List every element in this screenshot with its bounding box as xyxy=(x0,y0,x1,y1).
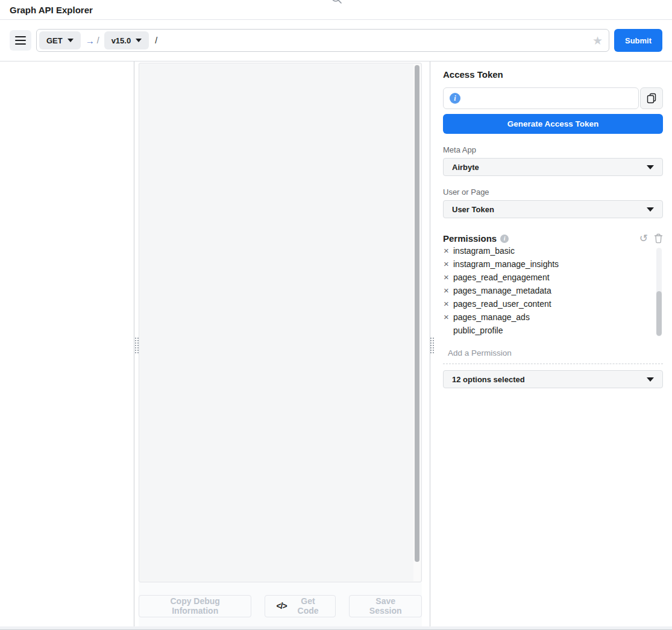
chevron-down-icon xyxy=(68,39,74,42)
left-pane-resize-handle[interactable] xyxy=(134,337,139,354)
query-column: Copy Debug Information </> Get Code Save… xyxy=(134,61,430,629)
permission-item: × pages_read_user_content xyxy=(443,297,655,310)
request-path-input[interactable]: / xyxy=(155,36,592,45)
chevron-down-icon xyxy=(647,165,654,169)
add-permission-input[interactable] xyxy=(443,346,663,364)
permission-label: public_profile xyxy=(453,324,503,337)
slash-separator: / xyxy=(97,36,99,45)
arrow-separator: → / xyxy=(86,36,99,46)
submit-button[interactable]: Submit xyxy=(614,29,662,52)
permissions-options-dropdown[interactable]: 12 options selected xyxy=(443,370,663,388)
info-icon[interactable]: i xyxy=(450,93,460,104)
left-sidebar xyxy=(0,61,134,629)
remove-permission-icon[interactable]: × xyxy=(443,257,450,271)
meta-app-label: Meta App xyxy=(443,145,663,154)
copy-debug-information-button[interactable]: Copy Debug Information xyxy=(139,595,251,617)
api-version-dropdown[interactable]: v15.0 xyxy=(104,31,149,49)
menu-button[interactable] xyxy=(10,30,31,51)
permission-label: pages_read_user_content xyxy=(453,297,551,310)
code-icon: </> xyxy=(276,601,286,611)
permission-item: × instagram_manage_insights xyxy=(443,257,655,271)
permissions-scrollbar-track[interactable] xyxy=(656,248,662,336)
copy-icon xyxy=(646,93,657,104)
permissions-list-container: × instagram_basic × instagram_manage_ins… xyxy=(443,247,663,338)
chevron-down-icon xyxy=(647,207,654,212)
user-or-page-label: User or Page xyxy=(443,187,663,197)
page-bottom-strip xyxy=(0,626,672,629)
search-icon[interactable] xyxy=(331,0,342,6)
main-content: Copy Debug Information </> Get Code Save… xyxy=(0,61,672,629)
permission-label: pages_manage_metadata xyxy=(453,284,551,297)
hamburger-icon xyxy=(15,36,26,37)
get-code-label: Get Code xyxy=(292,596,325,616)
permission-item: public_profile xyxy=(443,324,655,337)
save-session-label: Save Session xyxy=(360,596,410,616)
remove-permission-icon[interactable]: × xyxy=(443,297,450,310)
http-method-dropdown[interactable]: GET xyxy=(39,31,81,49)
http-method-label: GET xyxy=(46,36,63,45)
access-token-panel: Access Token i Generate Access Token Met… xyxy=(430,61,672,629)
trash-icon[interactable] xyxy=(654,233,663,244)
permission-item: × pages_manage_ads xyxy=(443,310,655,324)
copy-debug-label: Copy Debug Information xyxy=(150,596,240,616)
favorite-star-icon[interactable]: ★ xyxy=(592,35,603,46)
arrow-right-icon: → xyxy=(86,36,95,46)
permissions-tools: ↺ xyxy=(639,233,663,244)
query-editor-panel xyxy=(139,63,422,582)
request-toolbar: GET → / v15.0 / ★ Submit xyxy=(0,20,672,61)
permissions-header: Permissions i ↺ xyxy=(443,233,663,244)
permission-item: × instagram_basic xyxy=(443,247,655,257)
chevron-down-icon xyxy=(647,377,654,382)
remove-permission-icon[interactable]: × xyxy=(443,284,450,297)
copy-token-button[interactable] xyxy=(640,87,663,109)
page-title: Graph API Explorer xyxy=(10,5,93,15)
meta-app-dropdown[interactable]: Airbyte xyxy=(443,158,663,176)
permission-label: pages_read_engagement xyxy=(453,271,550,284)
graph-api-explorer-app: Graph API Explorer GET → / v15.0 / ★ S xyxy=(0,0,672,630)
meta-app-selected: Airbyte xyxy=(452,163,479,172)
generate-access-token-button[interactable]: Generate Access Token xyxy=(443,114,663,134)
right-pane-resize-handle[interactable] xyxy=(430,337,435,354)
api-version-label: v15.0 xyxy=(111,36,131,45)
permissions-list: × instagram_basic × instagram_manage_ins… xyxy=(443,247,655,337)
remove-permission-icon[interactable]: × xyxy=(443,271,450,284)
remove-permission-icon[interactable]: × xyxy=(443,247,450,257)
permission-item: × pages_read_engagement xyxy=(443,271,655,284)
permission-label: instagram_basic xyxy=(453,247,515,257)
info-icon[interactable]: i xyxy=(500,235,509,243)
access-token-input[interactable]: i xyxy=(443,87,639,109)
user-or-page-dropdown[interactable]: User Token xyxy=(443,200,663,218)
session-footer: Copy Debug Information </> Get Code Save… xyxy=(139,582,422,629)
editor-scrollbar-track[interactable] xyxy=(413,64,421,581)
access-token-heading: Access Token xyxy=(443,69,663,80)
get-code-button[interactable]: </> Get Code xyxy=(265,595,336,617)
remove-permission-icon[interactable]: × xyxy=(443,310,450,324)
chevron-down-icon xyxy=(136,39,142,42)
app-header: Graph API Explorer xyxy=(0,0,672,20)
permissions-scrollbar-thumb[interactable] xyxy=(656,291,662,336)
permissions-heading: Permissions xyxy=(443,233,497,244)
user-or-page-selected: User Token xyxy=(452,205,494,214)
permission-item: × pages_manage_metadata xyxy=(443,284,655,297)
editor-scrollbar-thumb[interactable] xyxy=(415,65,419,562)
permission-label: instagram_manage_insights xyxy=(453,257,559,271)
options-selected-label: 12 options selected xyxy=(452,375,525,384)
token-row: i xyxy=(443,87,663,109)
save-session-button[interactable]: Save Session xyxy=(349,595,422,617)
request-bar: GET → / v15.0 / ★ xyxy=(36,29,609,52)
undo-icon[interactable]: ↺ xyxy=(639,233,648,244)
permission-label: pages_manage_ads xyxy=(453,310,530,324)
